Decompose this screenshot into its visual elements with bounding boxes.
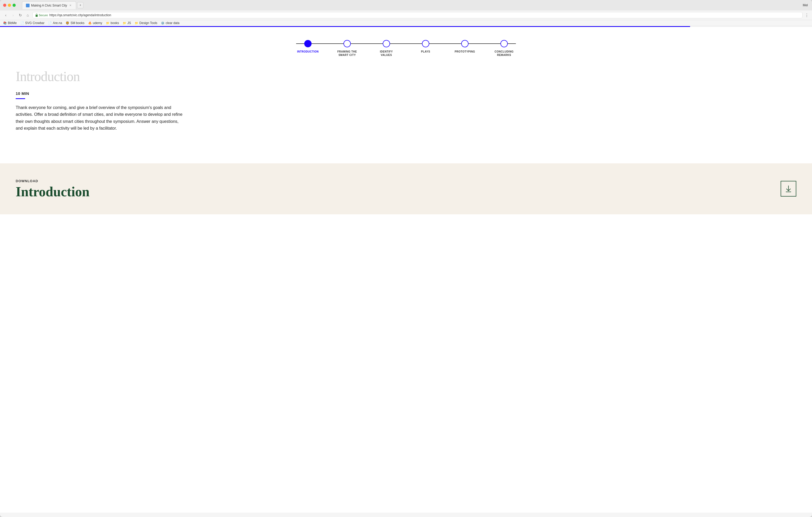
new-tab-button[interactable]: + bbox=[77, 2, 83, 8]
page-content: INTRODUCTION FRAMING THESMART CITY IDENT… bbox=[0, 27, 812, 513]
tab-title: Making A Civic Smart City bbox=[31, 4, 67, 7]
books-icon: 📁 bbox=[106, 22, 110, 25]
timeline-label-framing: FRAMING THESMART CITY bbox=[338, 50, 357, 57]
bookmark-svg-crowbar[interactable]: 📄 SVG Crowbar bbox=[21, 21, 45, 25]
minimize-button[interactable] bbox=[8, 4, 11, 7]
bookmarks-bar: 📚 BibMe 📄 SVG Crowbar 📄 Are.na 🦁 SM book… bbox=[0, 20, 812, 26]
download-label: DOWNLOAD bbox=[16, 179, 781, 183]
timeline-label-introduction: INTRODUCTION bbox=[297, 50, 319, 53]
tab-favicon bbox=[26, 4, 30, 7]
url-text: https://qa.smartcivic.city/agenda/introd… bbox=[50, 13, 111, 17]
bookmark-sm-books[interactable]: 🦁 SM books bbox=[66, 21, 84, 25]
address-bar[interactable]: Secure https://qa.smartcivic.city/agenda… bbox=[32, 12, 803, 18]
active-tab[interactable]: Making A Civic Smart City ✕ bbox=[22, 1, 76, 9]
timeline-label-prototyping: PROTOTYPING bbox=[455, 50, 475, 53]
timeline-dot-framing bbox=[344, 40, 351, 47]
nav-bar: ‹ › ↻ ⌂ Secure https://qa.smartcivic.cit… bbox=[0, 10, 812, 20]
title-bar: Making A Civic Smart City ✕ + Mel bbox=[0, 0, 812, 10]
download-section: DOWNLOAD Introduction bbox=[0, 163, 812, 214]
download-arrow-icon bbox=[785, 185, 791, 192]
home-button[interactable]: ⌂ bbox=[25, 12, 30, 18]
bookmark-udemy[interactable]: 🔥 udemy bbox=[88, 21, 102, 25]
time-label: 10 MIN bbox=[16, 91, 188, 96]
forward-button[interactable]: › bbox=[10, 12, 16, 18]
timeline-item-prototyping[interactable]: PROTOTYPING bbox=[445, 40, 485, 53]
bookmark-arena[interactable]: 📄 Are.na bbox=[48, 21, 62, 25]
description-text: Thank everyone for coming, and give a br… bbox=[16, 104, 183, 132]
timeline-label-concluding: CONCLUDINGREMARKS bbox=[495, 50, 514, 57]
download-content: DOWNLOAD Introduction bbox=[16, 179, 781, 199]
js-icon: 📁 bbox=[123, 22, 126, 25]
reload-button[interactable]: ↻ bbox=[18, 12, 23, 18]
lock-icon bbox=[35, 13, 38, 17]
close-button[interactable] bbox=[3, 4, 6, 7]
timeline-item-concluding[interactable]: CONCLUDINGREMARKS bbox=[485, 40, 524, 57]
blue-divider bbox=[16, 98, 25, 99]
clear-data-icon: ⚙️ bbox=[161, 22, 165, 25]
download-button[interactable] bbox=[781, 181, 796, 196]
svg-rect-0 bbox=[36, 15, 38, 17]
arena-icon: 📄 bbox=[48, 22, 52, 25]
bookmark-clear-data[interactable]: ⚙️ clear data bbox=[161, 21, 179, 25]
svg-crowbar-icon: 📄 bbox=[21, 22, 24, 25]
bibme-icon: 📚 bbox=[3, 22, 7, 25]
timeline-dot-prototyping bbox=[461, 40, 468, 47]
bookmark-books[interactable]: 📁 books bbox=[106, 21, 119, 25]
timeline-label-plays: PLAYS bbox=[421, 50, 430, 53]
bookmark-design-tools[interactable]: 📁 Design Tools bbox=[135, 21, 157, 25]
tab-close-button[interactable]: ✕ bbox=[68, 4, 72, 7]
user-label: Mel bbox=[803, 3, 808, 7]
timeline-label-identify: IDENTIFYVALUES bbox=[380, 50, 393, 57]
secure-badge: Secure bbox=[35, 13, 48, 17]
bookmark-js[interactable]: 📁 JS bbox=[123, 21, 131, 25]
sm-books-icon: 🦁 bbox=[66, 22, 69, 25]
maximize-button[interactable] bbox=[12, 4, 16, 7]
traffic-lights bbox=[3, 4, 16, 7]
timeline-section: INTRODUCTION FRAMING THESMART CITY IDENT… bbox=[0, 27, 812, 65]
timeline-dot-plays bbox=[422, 40, 429, 47]
timeline-item-plays[interactable]: PLAYS bbox=[406, 40, 445, 53]
timeline-dot-identify bbox=[383, 40, 390, 47]
timeline-item-introduction[interactable]: INTRODUCTION bbox=[288, 40, 327, 53]
browser-window: Making A Civic Smart City ✕ + Mel ‹ › ↻ … bbox=[0, 0, 812, 517]
bookmark-bibme[interactable]: 📚 BibMe bbox=[3, 21, 17, 25]
timeline: INTRODUCTION FRAMING THESMART CITY IDENT… bbox=[288, 40, 524, 57]
page-title: Introduction bbox=[16, 70, 188, 83]
timeline-item-identify[interactable]: IDENTIFYVALUES bbox=[367, 40, 406, 57]
browser-menu-button[interactable]: ⋮ bbox=[805, 13, 809, 18]
tab-bar: Making A Civic Smart City ✕ + bbox=[22, 1, 83, 9]
udemy-icon: 🔥 bbox=[88, 22, 92, 25]
design-tools-icon: 📁 bbox=[135, 22, 138, 25]
download-title: Introduction bbox=[16, 185, 781, 199]
timeline-item-framing[interactable]: FRAMING THESMART CITY bbox=[327, 40, 367, 57]
timeline-dot-introduction bbox=[304, 40, 312, 47]
back-button[interactable]: ‹ bbox=[3, 12, 8, 18]
main-content: Introduction 10 MIN Thank everyone for c… bbox=[0, 65, 204, 148]
timeline-dot-concluding bbox=[500, 40, 508, 47]
